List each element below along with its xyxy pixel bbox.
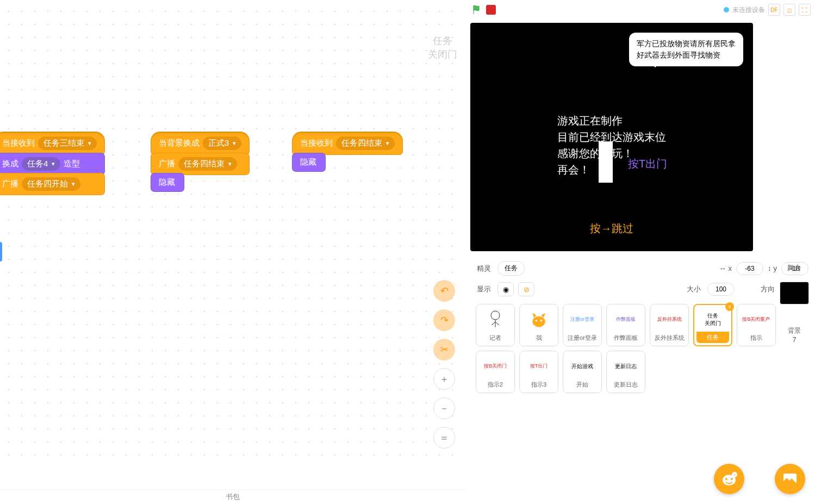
sprite-watermark: 任务关闭门 [428, 34, 457, 61]
sprite-item-更新日志[interactable]: 更新日志更新日志 [606, 351, 645, 393]
zoom-in-button[interactable]: ＋ [433, 368, 455, 390]
block-broadcast-2[interactable]: 广播任务四结束 [151, 153, 249, 175]
sprite-item-注册or登录[interactable]: 注册or登录注册or登录 [563, 304, 602, 346]
block-hide-2[interactable]: 隐藏 [293, 153, 325, 171]
layout-small-button[interactable]: ◻ [783, 4, 795, 16]
sprite-item-指示2[interactable]: 按B关闭门指示2 [476, 351, 515, 393]
sprite-item-我[interactable]: 我 [519, 304, 558, 346]
x-input[interactable]: -63 [736, 262, 763, 275]
size-input[interactable]: 100 [707, 283, 735, 296]
svg-point-4 [532, 316, 545, 327]
redo-button[interactable]: ↷ [433, 309, 455, 331]
backdrop-label: 背景 [778, 326, 811, 335]
add-sprite-button[interactable]: + [714, 464, 744, 494]
hat-when-receive[interactable]: 当接收到任务三结束 [0, 132, 104, 154]
stage-thumbnail[interactable] [780, 282, 809, 304]
show-label: 显示 [477, 284, 493, 294]
sprite-item-反外挂系统[interactable]: 反外挂系统反外挂系统 [650, 304, 689, 346]
size-label: 大小 [687, 284, 703, 294]
zoom-out-button[interactable]: － [433, 397, 455, 419]
svg-line-3 [495, 322, 499, 325]
stage-topbar: 未连接设备 DF ◻ ⛶ [468, 0, 815, 20]
block-stack-3[interactable]: 当接收到任务四结束 隐藏 [293, 132, 402, 171]
stage-skip: 按→跳过 [590, 221, 633, 236]
sprite-item-指示3[interactable]: 按T出门指示3 [519, 351, 558, 393]
sprite-name-label: 精灵 [477, 264, 493, 273]
hide-button[interactable]: ⊘ [518, 282, 534, 296]
backpack-bar[interactable]: 书包 [0, 489, 465, 504]
sprite-item-记者[interactable]: 记者 [476, 304, 515, 346]
layout-full-button[interactable]: ⛶ [799, 4, 811, 16]
svg-point-5 [536, 320, 538, 322]
block-hide[interactable]: 隐藏 [151, 173, 184, 191]
blocks-workspace[interactable]: 任务关闭门 当接收到任务三结束 换成任务4造型 广播任务四开始 当背景换成正式3… [0, 3, 465, 468]
svg-point-8 [725, 478, 727, 480]
connection-dot-icon [724, 7, 729, 13]
category-tab[interactable] [0, 242, 2, 262]
svg-point-0 [491, 311, 500, 320]
hat-when-backdrop[interactable]: 当背景换成正式3 [151, 132, 249, 154]
sprite-name-input[interactable]: 任务 [497, 261, 525, 276]
stage-white-box [599, 141, 613, 183]
df-button[interactable]: DF [768, 4, 780, 16]
speech-bubble: 军方已投放物资请所有居民拿好武器去到外面寻找物资 [629, 33, 743, 66]
show-button[interactable]: ◉ [497, 282, 514, 296]
stage-title: 舞台 [778, 258, 811, 278]
direction-label: 方向 [761, 284, 777, 294]
block-switch-costume[interactable]: 换成任务4造型 [0, 153, 104, 175]
sprite-item-开始[interactable]: 开始游戏开始 [563, 351, 602, 393]
svg-line-2 [492, 322, 495, 325]
delete-sprite-icon[interactable]: × [725, 302, 734, 311]
sprite-list: 记者我注册or登录注册or登录作弊面板作弊面板反外挂系统反外挂系统任务 关闭门任… [470, 300, 815, 397]
block-stack-2[interactable]: 当背景换成正式3 广播任务四结束 隐藏 [151, 132, 249, 191]
connection-status: 未连接设备 [732, 5, 765, 15]
crop-button[interactable]: ✂ [433, 339, 455, 360]
sprite-panel: 精灵 任务 ↔ x -63 ↕ y -18 显示 ◉ ⊘ 大小 100 方向 9… [470, 258, 815, 504]
stage-column: 舞台 背景 7 [778, 258, 811, 344]
stop-icon[interactable] [486, 5, 496, 15]
sprite-item-任务[interactable]: 任务 关闭门任务× [693, 304, 732, 346]
stage-tdoor: 按T出门 [628, 157, 667, 171]
backdrop-count: 7 [778, 335, 811, 344]
block-broadcast[interactable]: 广播任务四开始 [0, 173, 104, 195]
stage-preview[interactable]: 军方已投放物资请所有居民拿好武器去到外面寻找物资 游戏正在制作目前已经到达游戏末… [470, 23, 753, 251]
svg-text:+: + [733, 472, 736, 477]
svg-point-9 [731, 478, 733, 480]
undo-button[interactable]: ↶ [433, 280, 455, 302]
hat-when-receive-2[interactable]: 当接收到任务四结束 [293, 132, 402, 154]
block-stack-1[interactable]: 当接收到任务三结束 换成任务4造型 广播任务四开始 [0, 132, 104, 195]
add-backdrop-button[interactable] [775, 464, 805, 494]
green-flag-icon[interactable] [472, 4, 483, 15]
sprite-item-作弊面板[interactable]: 作弊面板作弊面板 [606, 304, 645, 346]
svg-point-6 [540, 320, 543, 322]
sprite-item-指示[interactable]: 按B关闭窗户指示 [737, 304, 776, 346]
zoom-reset-button[interactable]: ＝ [433, 427, 455, 449]
